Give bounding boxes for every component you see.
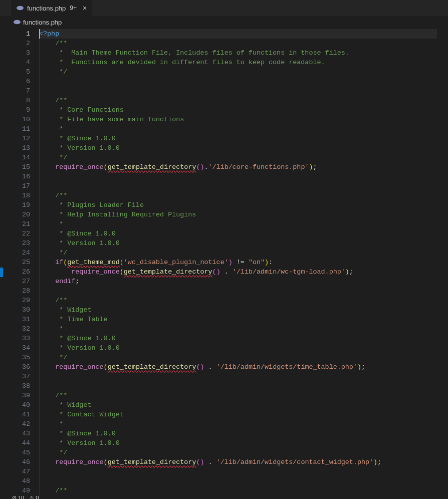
line-number: 36: [11, 362, 30, 372]
line-number: 20: [11, 210, 30, 219]
code-line: * Plugins Loader File: [39, 200, 448, 210]
code-line: /**: [39, 486, 448, 495]
code-line: [39, 286, 448, 296]
line-number: 31: [11, 315, 30, 324]
code-line: * Version 1.0.0: [39, 438, 448, 448]
status-warnings[interactable]: ⚠ 0: [29, 496, 39, 499]
line-number: 19: [11, 200, 30, 210]
line-number: 29: [11, 296, 30, 305]
warning-count: 0: [36, 496, 39, 499]
line-number: 17: [11, 181, 30, 191]
warning-icon: ⚠: [29, 496, 34, 499]
code-line: /**: [39, 296, 448, 305]
code-line: [39, 77, 448, 86]
minimap[interactable]: [437, 28, 448, 496]
text-cursor: [39, 29, 40, 39]
line-number: 18: [11, 191, 30, 200]
code-line: * Widget: [39, 400, 448, 410]
code-line: */: [39, 248, 448, 258]
tab-filename: functions.php: [27, 5, 66, 12]
change-marker: [0, 268, 3, 277]
code-line: *: [39, 419, 448, 429]
line-number: 10: [11, 115, 30, 124]
line-number: 1: [11, 29, 30, 39]
code-line: * Time Table: [39, 315, 448, 324]
line-number: 7: [11, 86, 30, 96]
editor-pane: 1234567891011121314151617181920212223242…: [0, 28, 448, 496]
svg-point-0: [17, 6, 24, 10]
line-number: 30: [11, 305, 30, 315]
code-line: *: [39, 219, 448, 229]
line-number: 42: [11, 419, 30, 429]
line-number: 41: [11, 410, 30, 419]
line-number: 37: [11, 372, 30, 381]
line-number: 43: [11, 429, 30, 438]
code-line: *: [39, 124, 448, 134]
line-number: 27: [11, 277, 30, 286]
line-number: 16: [11, 172, 30, 181]
line-number: 13: [11, 143, 30, 153]
code-line: [39, 172, 448, 181]
line-number: 44: [11, 438, 30, 448]
line-number: 11: [11, 124, 30, 134]
tab-dirty-indicator: 9+: [70, 5, 77, 12]
code-line: [39, 476, 448, 486]
line-number: 15: [11, 162, 30, 172]
code-line: [39, 381, 448, 391]
code-line: [39, 86, 448, 96]
code-line: [39, 181, 448, 191]
line-number: 14: [11, 153, 30, 162]
php-file-icon: [13, 18, 21, 26]
line-number: 47: [11, 467, 30, 476]
line-number: 5: [11, 67, 30, 77]
line-number: 9: [11, 105, 30, 115]
line-number: 39: [11, 391, 30, 400]
code-line: * @Since 1.0.0: [39, 429, 448, 438]
line-number: 6: [11, 77, 30, 86]
editor-tab-functions[interactable]: functions.php 9+ ×: [11, 0, 92, 16]
code-line: * Main Theme Function File, Includes fil…: [39, 48, 448, 58]
code-line: require_once(get_template_directory().'/…: [39, 162, 448, 172]
code-line: *: [39, 324, 448, 334]
code-line: * Version 1.0.0: [39, 238, 448, 248]
line-number: 34: [11, 343, 30, 353]
code-line: require_once(get_template_directory() . …: [39, 362, 448, 372]
line-number: 21: [11, 219, 30, 229]
code-line: * @Since 1.0.0: [39, 229, 448, 238]
line-number: 2: [11, 39, 30, 48]
code-line: * Functions are devided in different fil…: [39, 58, 448, 67]
code-line: * Core Functions: [39, 105, 448, 115]
code-line: * Contact Widget: [39, 410, 448, 419]
error-icon: ⊘: [12, 496, 17, 499]
code-line: * Version 1.0.0: [39, 343, 448, 353]
tab-close-icon[interactable]: ×: [83, 5, 87, 12]
code-line: */: [39, 153, 448, 162]
breadcrumb-filename[interactable]: functions.php: [23, 19, 62, 26]
code-line: */: [39, 448, 448, 457]
code-line: /**: [39, 391, 448, 400]
line-number: 3: [11, 48, 30, 58]
fold-column: [32, 28, 39, 496]
line-number: 33: [11, 334, 30, 343]
line-number: 49: [11, 486, 30, 495]
line-number: 24: [11, 248, 30, 258]
line-number: 12: [11, 134, 30, 143]
code-line: <?php: [39, 29, 448, 39]
php-file-icon: [16, 4, 24, 12]
editor-left-stub: [0, 28, 11, 496]
line-number: 35: [11, 353, 30, 362]
line-number: 32: [11, 324, 30, 334]
code-line: require_once(get_template_directory() . …: [39, 457, 448, 467]
code-line: */: [39, 67, 448, 77]
code-line: * @Since 1.0.0: [39, 134, 448, 143]
status-bar: ⊘ 10 ⚠ 0: [0, 496, 448, 499]
code-line: require_once(get_template_directory() . …: [39, 267, 448, 277]
code-line: * File have some main functions: [39, 115, 448, 124]
code-area[interactable]: <?php /** * Main Theme Function File, In…: [39, 28, 448, 496]
line-number: 26: [11, 267, 30, 277]
code-line: /**: [39, 96, 448, 105]
line-number: 28: [11, 286, 30, 296]
code-line: * Version 1.0.0: [39, 143, 448, 153]
line-number: 22: [11, 229, 30, 238]
status-errors[interactable]: ⊘ 10: [12, 496, 24, 499]
